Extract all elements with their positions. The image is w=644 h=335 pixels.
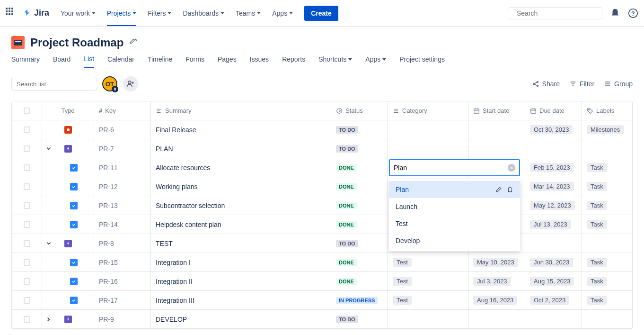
labels-cell[interactable]: [582, 139, 632, 158]
row-checkbox[interactable]: [24, 259, 30, 266]
status-lozenge[interactable]: TO DO: [336, 316, 358, 323]
category-option-develop[interactable]: Develop: [389, 232, 520, 249]
summary-cell[interactable]: Allocate resources: [151, 158, 331, 177]
key-cell[interactable]: PR-12: [94, 177, 151, 196]
status-cell[interactable]: TO DO: [331, 120, 388, 139]
tab-pages[interactable]: Pages: [218, 55, 237, 68]
start-date-cell[interactable]: [468, 310, 525, 328]
labels-cell[interactable]: [582, 234, 632, 253]
category-cell[interactable]: ✕PlanLaunchTestDevelop: [388, 158, 468, 177]
status-lozenge[interactable]: TO DO: [336, 240, 358, 247]
col-labels[interactable]: Labels: [582, 101, 632, 120]
labels-cell[interactable]: Task: [582, 196, 632, 215]
key-cell[interactable]: PR-13: [94, 196, 151, 215]
due-date-cell[interactable]: [525, 234, 582, 253]
summary-cell[interactable]: Working plans: [151, 177, 331, 196]
due-date-cell[interactable]: Oct 30, 2023: [525, 120, 582, 139]
row-checkbox[interactable]: [24, 278, 30, 285]
nav-item-dashboards[interactable]: Dashboards: [183, 9, 224, 17]
category-editor[interactable]: ✕: [389, 159, 520, 176]
tab-reports[interactable]: Reports: [282, 55, 305, 68]
summary-cell[interactable]: TEST: [151, 234, 331, 253]
category-option-launch[interactable]: Launch: [389, 198, 520, 215]
labels-cell[interactable]: Task: [582, 215, 632, 234]
category-cell[interactable]: Test: [388, 272, 468, 290]
status-cell[interactable]: DONE: [331, 196, 388, 215]
nav-item-projects[interactable]: Projects: [107, 9, 137, 26]
status-lozenge[interactable]: TO DO: [336, 126, 358, 134]
key-cell[interactable]: PR-15: [94, 253, 151, 272]
tab-board[interactable]: Board: [53, 55, 71, 68]
key-cell[interactable]: PR-14: [94, 215, 151, 234]
global-search[interactable]: [508, 7, 602, 19]
row-checkbox[interactable]: [24, 297, 30, 304]
category-cell[interactable]: [388, 120, 468, 139]
category-input[interactable]: [394, 164, 508, 172]
tab-timeline[interactable]: Timeline: [148, 55, 172, 68]
key-cell[interactable]: PR-7: [94, 139, 151, 158]
col-category[interactable]: Category: [388, 101, 468, 120]
category-cell[interactable]: Test: [388, 291, 468, 309]
tab-summary[interactable]: Summary: [11, 55, 40, 68]
summary-cell[interactable]: Subcontractor selection: [151, 196, 331, 215]
status-lozenge[interactable]: DONE: [336, 278, 357, 285]
summary-cell[interactable]: Integration II: [151, 272, 331, 290]
key-cell[interactable]: PR-16: [94, 272, 151, 290]
status-lozenge[interactable]: DONE: [336, 259, 357, 266]
nav-item-apps[interactable]: Apps: [272, 9, 293, 17]
labels-cell[interactable]: Task: [582, 291, 632, 309]
start-date-cell[interactable]: May 10, 2023: [468, 253, 525, 272]
row-checkbox[interactable]: [24, 145, 30, 152]
row-checkbox[interactable]: [24, 240, 30, 247]
col-due-date[interactable]: Due date: [525, 101, 582, 120]
edit-title-icon[interactable]: [129, 38, 138, 47]
summary-cell[interactable]: Final Release: [151, 120, 331, 139]
summary-cell[interactable]: Integration III: [151, 291, 331, 309]
select-all-checkbox[interactable]: [24, 108, 30, 114]
summary-cell[interactable]: Integration I: [151, 253, 331, 272]
status-lozenge[interactable]: TO DO: [336, 145, 358, 153]
col-status[interactable]: Status: [331, 101, 388, 120]
due-date-cell[interactable]: May 12, 2023: [525, 196, 582, 215]
status-lozenge[interactable]: DONE: [336, 221, 357, 228]
key-cell[interactable]: PR-8: [94, 234, 151, 253]
start-date-cell[interactable]: Aug 16, 2023: [468, 291, 525, 309]
due-date-cell[interactable]: Mar 14, 2023: [525, 177, 582, 196]
due-date-cell[interactable]: [525, 139, 582, 158]
col-summary[interactable]: Summary: [151, 101, 331, 120]
group-button[interactable]: Group: [604, 80, 633, 88]
summary-cell[interactable]: PLAN: [151, 139, 331, 158]
jira-logo[interactable]: Jira: [23, 8, 49, 18]
row-checkbox[interactable]: [24, 127, 30, 133]
status-lozenge[interactable]: DONE: [336, 202, 357, 209]
row-checkbox[interactable]: [24, 221, 30, 228]
edit-icon[interactable]: [495, 186, 502, 193]
status-cell[interactable]: TO DO: [331, 139, 388, 158]
summary-cell[interactable]: Helpdesk content plan: [151, 215, 331, 234]
row-checkbox[interactable]: [24, 164, 30, 171]
row-checkbox[interactable]: [24, 202, 30, 209]
global-search-input[interactable]: [517, 9, 600, 17]
tab-apps[interactable]: Apps: [365, 55, 386, 68]
tab-list[interactable]: List: [84, 55, 94, 68]
nav-item-teams[interactable]: Teams: [236, 9, 261, 17]
tab-calendar[interactable]: Calendar: [107, 55, 134, 68]
due-date-cell[interactable]: Jul 13, 2023: [525, 215, 582, 234]
start-date-cell[interactable]: [468, 139, 525, 158]
labels-cell[interactable]: Task: [582, 177, 632, 196]
due-date-cell[interactable]: Feb 15, 2023: [525, 158, 582, 177]
key-cell[interactable]: PR-11: [94, 158, 151, 177]
search-list-input[interactable]: [17, 81, 97, 88]
status-lozenge[interactable]: IN PROGRESS: [336, 297, 378, 304]
notifications-icon[interactable]: [610, 8, 620, 18]
row-checkbox[interactable]: [24, 183, 30, 190]
status-cell[interactable]: DONE: [331, 272, 388, 290]
status-cell[interactable]: DONE: [331, 215, 388, 234]
filter-button[interactable]: Filter: [569, 80, 594, 88]
status-cell[interactable]: DONE: [331, 158, 388, 177]
app-switcher-icon[interactable]: [6, 8, 17, 19]
summary-cell[interactable]: DEVELOP: [151, 310, 331, 328]
due-date-cell[interactable]: Oct 2, 2023: [525, 291, 582, 309]
nav-item-filters[interactable]: Filters: [148, 9, 171, 17]
tab-project-settings[interactable]: Project settings: [399, 55, 445, 68]
